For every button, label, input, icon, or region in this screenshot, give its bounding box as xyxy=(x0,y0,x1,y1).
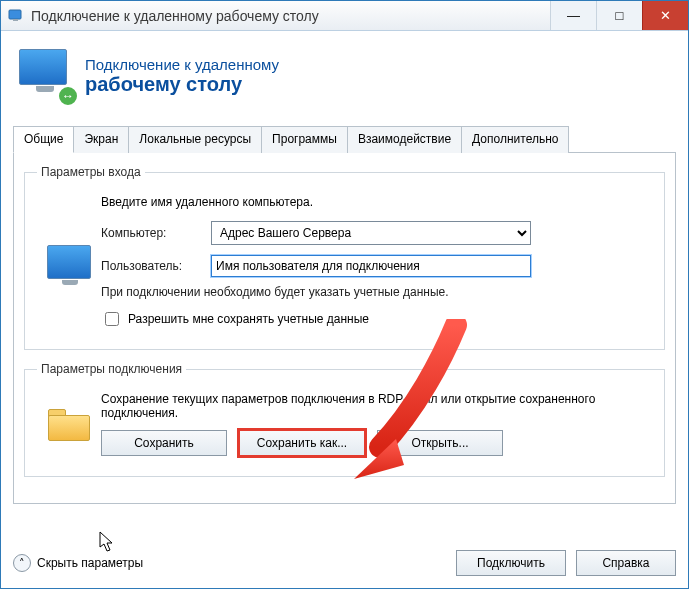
help-button[interactable]: Справка xyxy=(576,550,676,576)
open-button[interactable]: Открыть... xyxy=(377,430,503,456)
tab-general[interactable]: Общие xyxy=(13,126,74,153)
save-as-button[interactable]: Сохранить как... xyxy=(239,430,365,456)
connection-settings-group: Параметры подключения Сохранение текущих… xyxy=(24,362,665,477)
maximize-glyph: □ xyxy=(616,9,624,22)
credentials-note: При подключении необходимо будет указать… xyxy=(101,285,652,299)
window-title: Подключение к удаленному рабочему столу xyxy=(31,8,550,24)
toggle-options-label: Скрыть параметры xyxy=(37,556,143,570)
hero-line1: Подключение к удаленному xyxy=(85,56,279,73)
minimize-button[interactable]: — xyxy=(550,1,596,30)
window-controls: — □ ✕ xyxy=(550,1,688,30)
login-intro: Введите имя удаленного компьютера. xyxy=(101,195,652,209)
rdp-window: Подключение к удаленному рабочему столу … xyxy=(0,0,689,589)
allow-save-label: Разрешить мне сохранять учетные данные xyxy=(128,312,369,326)
dialog-header: ↔ Подключение к удаленному рабочему стол… xyxy=(13,41,676,119)
client-area: ↔ Подключение к удаленному рабочему стол… xyxy=(1,31,688,588)
tab-display[interactable]: Экран xyxy=(73,126,129,153)
allow-save-checkbox[interactable] xyxy=(105,312,119,326)
login-settings-group: Параметры входа Введите имя удаленного к… xyxy=(24,165,665,350)
rdp-hero-icon: ↔ xyxy=(17,47,75,105)
connection-settings-legend: Параметры подключения xyxy=(37,362,186,376)
username-input[interactable] xyxy=(211,255,531,277)
close-glyph: ✕ xyxy=(660,9,671,22)
app-icon xyxy=(7,7,25,25)
folder-icon xyxy=(46,407,92,441)
dialog-footer: ˄ Скрыть параметры Подключить Справка xyxy=(13,550,676,576)
svg-rect-1 xyxy=(13,19,18,21)
tab-local-resources[interactable]: Локальные ресурсы xyxy=(128,126,262,153)
connection-desc: Сохранение текущих параметров подключени… xyxy=(101,392,652,420)
allow-save-credentials[interactable]: Разрешить мне сохранять учетные данные xyxy=(101,309,652,329)
tab-experience[interactable]: Взаимодействие xyxy=(347,126,462,153)
login-settings-legend: Параметры входа xyxy=(37,165,145,179)
user-label: Пользователь: xyxy=(101,259,211,273)
save-button[interactable]: Сохранить xyxy=(101,430,227,456)
tab-advanced[interactable]: Дополнительно xyxy=(461,126,569,153)
chevron-up-icon: ˄ xyxy=(13,554,31,572)
hero-line2: рабочему столу xyxy=(85,73,279,96)
titlebar[interactable]: Подключение к удаленному рабочему столу … xyxy=(1,1,688,31)
computer-combobox[interactable]: Адрес Вашего Сервера xyxy=(211,221,531,245)
maximize-button[interactable]: □ xyxy=(596,1,642,30)
minimize-glyph: — xyxy=(567,9,580,22)
tab-programs[interactable]: Программы xyxy=(261,126,348,153)
connect-button[interactable]: Подключить xyxy=(456,550,566,576)
toggle-options[interactable]: ˄ Скрыть параметры xyxy=(13,554,143,572)
tabpanel-general: Параметры входа Введите имя удаленного к… xyxy=(13,153,676,504)
close-button[interactable]: ✕ xyxy=(642,1,688,30)
svg-rect-0 xyxy=(9,10,21,19)
computer-icon xyxy=(47,245,91,279)
tabstrip: Общие Экран Локальные ресурсы Программы … xyxy=(13,125,676,153)
computer-label: Компьютер: xyxy=(101,226,211,240)
